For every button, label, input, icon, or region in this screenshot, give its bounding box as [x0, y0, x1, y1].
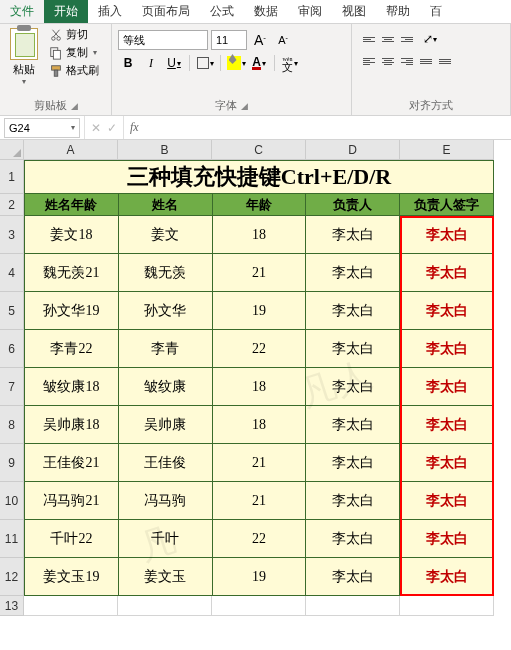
- font-name-select[interactable]: [118, 30, 208, 50]
- chevron-down-icon: ▾: [71, 123, 75, 132]
- row-header[interactable]: 1: [0, 160, 24, 194]
- row-header[interactable]: 12: [0, 558, 24, 596]
- table-cell: 李太白: [400, 520, 494, 558]
- table-cell: 王佳俊21: [24, 444, 119, 482]
- tab-review[interactable]: 审阅: [288, 0, 332, 23]
- tab-data[interactable]: 数据: [244, 0, 288, 23]
- cut-button[interactable]: 剪切: [46, 26, 102, 43]
- table-row: 孙文华19孙文华19李太白李太白: [24, 292, 494, 330]
- data-table: 三种填充快捷键Ctrl+E/D/R 姓名年龄姓名年龄负责人负责人签字 姜文18姜…: [24, 160, 494, 596]
- table-header-cell: 负责人: [306, 194, 400, 216]
- cell[interactable]: [212, 596, 306, 616]
- formula-input[interactable]: [145, 118, 511, 138]
- tab-file[interactable]: 文件: [0, 0, 44, 23]
- row-header[interactable]: 3: [0, 216, 24, 254]
- decrease-indent-button[interactable]: [417, 52, 435, 70]
- orientation-button[interactable]: ⤢▾: [417, 30, 443, 48]
- borders-button[interactable]: ▾: [195, 53, 215, 73]
- column-header[interactable]: B: [118, 140, 212, 160]
- cell[interactable]: [118, 596, 212, 616]
- increase-indent-button[interactable]: [436, 52, 454, 70]
- tab-home[interactable]: 开始: [44, 0, 88, 23]
- spreadsheet-grid[interactable]: ABCDE12345678910111213 三种填充快捷键Ctrl+E/D/R…: [0, 140, 511, 616]
- table-cell: 王佳俊: [119, 444, 213, 482]
- column-header[interactable]: E: [400, 140, 494, 160]
- row-header[interactable]: 7: [0, 368, 24, 406]
- table-cell: 22: [213, 520, 307, 558]
- table-cell: 皱纹康18: [24, 368, 119, 406]
- table-cell: 李太白: [400, 330, 494, 368]
- table-cell: 吴帅康: [119, 406, 213, 444]
- cell[interactable]: [306, 596, 400, 616]
- row-header[interactable]: 13: [0, 596, 24, 616]
- table-cell: 孙文华19: [24, 292, 119, 330]
- column-header[interactable]: D: [306, 140, 400, 160]
- format-painter-button[interactable]: 格式刷: [46, 62, 102, 79]
- fx-icon[interactable]: fx: [124, 120, 145, 135]
- fill-color-button[interactable]: ▾: [226, 53, 246, 73]
- enter-icon[interactable]: ✓: [107, 121, 117, 135]
- phonetic-guide-button[interactable]: wén文▾: [280, 53, 300, 73]
- align-center-button[interactable]: [379, 52, 397, 70]
- svg-rect-2: [52, 65, 61, 69]
- table-row: 李青22李青22李太白李太白: [24, 330, 494, 368]
- row-header[interactable]: 2: [0, 194, 24, 216]
- row-header[interactable]: 8: [0, 406, 24, 444]
- row-header[interactable]: 9: [0, 444, 24, 482]
- table-row: 千叶22千叶22李太白李太白: [24, 520, 494, 558]
- align-middle-button[interactable]: [379, 30, 397, 48]
- column-header[interactable]: C: [212, 140, 306, 160]
- table-cell: 皱纹康: [119, 368, 213, 406]
- formula-bar: G24▾ ✕ ✓ fx: [0, 116, 511, 140]
- align-top-button[interactable]: [360, 30, 378, 48]
- shrink-font-button[interactable]: Aˇ: [273, 30, 293, 50]
- tab-insert[interactable]: 插入: [88, 0, 132, 23]
- cell[interactable]: [400, 596, 494, 616]
- row-header[interactable]: 5: [0, 292, 24, 330]
- table-cell: 李太白: [400, 558, 494, 596]
- table-cell: 千叶22: [24, 520, 119, 558]
- tab-view[interactable]: 视图: [332, 0, 376, 23]
- row-header[interactable]: 6: [0, 330, 24, 368]
- row-header[interactable]: 11: [0, 520, 24, 558]
- ribbon-group-clipboard: 粘贴 ▾ 剪切 复制▾ 格式刷 剪贴板◢: [0, 24, 112, 115]
- align-bottom-button[interactable]: [398, 30, 416, 48]
- row-header[interactable]: 10: [0, 482, 24, 520]
- table-cell: 18: [213, 406, 307, 444]
- table-cell: 李太白: [306, 520, 400, 558]
- bold-button[interactable]: B: [118, 53, 138, 73]
- align-left-button[interactable]: [360, 52, 378, 70]
- font-size-select[interactable]: [211, 30, 247, 50]
- grow-font-button[interactable]: Aˆ: [250, 30, 270, 50]
- copy-button[interactable]: 复制▾: [46, 44, 102, 61]
- clipboard-dialog-launcher[interactable]: ◢: [71, 101, 78, 111]
- tab-page-layout[interactable]: 页面布局: [132, 0, 200, 23]
- svg-rect-1: [53, 50, 60, 59]
- table-header-cell: 年龄: [213, 194, 307, 216]
- paste-icon: [10, 28, 38, 60]
- align-right-button[interactable]: [398, 52, 416, 70]
- tab-more[interactable]: 百: [420, 0, 452, 23]
- tab-help[interactable]: 帮助: [376, 0, 420, 23]
- column-header[interactable]: A: [24, 140, 118, 160]
- table-cell: 冯马驹21: [24, 482, 119, 520]
- cancel-icon[interactable]: ✕: [91, 121, 101, 135]
- table-cell: 李太白: [306, 330, 400, 368]
- row-header[interactable]: 4: [0, 254, 24, 292]
- table-cell: 李太白: [400, 444, 494, 482]
- name-box[interactable]: G24▾: [4, 118, 80, 138]
- cell[interactable]: [24, 596, 118, 616]
- select-all-corner[interactable]: [0, 140, 24, 160]
- border-icon: [197, 57, 209, 69]
- underline-button[interactable]: U▾: [164, 53, 184, 73]
- paste-button[interactable]: 粘贴 ▾: [4, 26, 44, 88]
- font-color-button[interactable]: A▾: [249, 53, 269, 73]
- brush-icon: [49, 64, 63, 78]
- scissors-icon: [49, 28, 63, 42]
- table-cell: 22: [213, 330, 307, 368]
- font-dialog-launcher[interactable]: ◢: [241, 101, 248, 111]
- italic-button[interactable]: I: [141, 53, 161, 73]
- tab-formulas[interactable]: 公式: [200, 0, 244, 23]
- clipboard-group-label: 剪贴板: [34, 98, 67, 113]
- table-cell: 吴帅康18: [24, 406, 119, 444]
